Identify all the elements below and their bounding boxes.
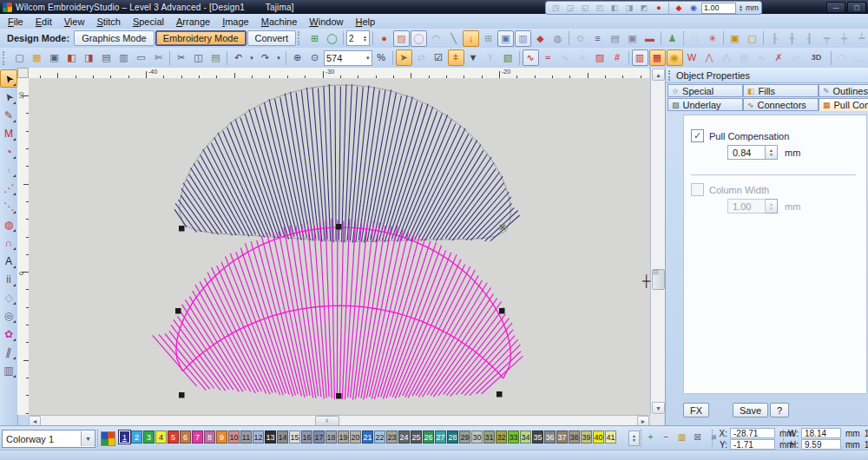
create-boundary-button[interactable]: ◆ bbox=[672, 2, 686, 14]
pull-compensation-value-field[interactable]: 0.84 bbox=[727, 145, 766, 160]
selection-handle[interactable] bbox=[179, 226, 185, 232]
selection-handle[interactable] bbox=[496, 391, 503, 398]
tab-outlines[interactable]: ✎Outlines bbox=[819, 84, 868, 97]
candlewick-button[interactable]: ▨ bbox=[592, 49, 608, 66]
tab-special[interactable]: ☆Special bbox=[667, 84, 743, 97]
three-d-warp-button[interactable]: 3D bbox=[806, 49, 828, 66]
print-button[interactable]: ▤ bbox=[98, 49, 115, 66]
undo-dropdown-button[interactable]: ▾ bbox=[247, 49, 256, 66]
selection-handle[interactable] bbox=[179, 392, 185, 398]
unlock-button[interactable]: ▢ bbox=[744, 30, 760, 47]
minimize-button[interactable]: — bbox=[826, 2, 845, 13]
palette-color-14[interactable]: 14 bbox=[277, 430, 288, 444]
save-design-button[interactable]: ▣ bbox=[46, 49, 62, 66]
palette-color-15[interactable]: 15 bbox=[289, 430, 300, 444]
zoom-box-button[interactable]: ⊕ bbox=[289, 49, 306, 66]
design-info-button[interactable]: ▣ bbox=[624, 30, 641, 47]
menu-stitch[interactable]: Stitch bbox=[90, 16, 127, 28]
outline-offset-tool[interactable]: ◎ bbox=[0, 306, 17, 325]
palette-color-35[interactable]: 35 bbox=[532, 430, 543, 444]
offset-spinner[interactable]: ▲▼ bbox=[739, 4, 743, 11]
digitize-run-tool[interactable]: ⋰ bbox=[0, 179, 17, 197]
convert-button[interactable]: Convert bbox=[247, 30, 297, 46]
digitize-triple-run-tool[interactable]: ⋱ bbox=[0, 197, 17, 215]
palette-color-36[interactable]: 36 bbox=[544, 430, 556, 444]
overview-window-button[interactable]: ▤ bbox=[607, 30, 623, 47]
scroll-down-button[interactable]: ▼ bbox=[652, 402, 665, 414]
tab-fills[interactable]: ◧Fills bbox=[743, 84, 819, 97]
pull-compensation-checkbox[interactable]: ✓ bbox=[691, 129, 704, 142]
panel-grip[interactable] bbox=[668, 70, 673, 81]
palette-color-5[interactable]: 5 bbox=[168, 430, 179, 444]
palette-color-38[interactable]: 38 bbox=[569, 430, 580, 444]
copy-button[interactable]: ◫ bbox=[190, 49, 207, 66]
grid-fill-button[interactable]: # bbox=[609, 49, 626, 66]
palette-color-9[interactable]: 9 bbox=[216, 430, 227, 444]
palette-color-30[interactable]: 30 bbox=[471, 430, 483, 444]
new-design-button[interactable]: ▢ bbox=[11, 49, 28, 66]
palette-color-31[interactable]: 31 bbox=[483, 430, 495, 444]
tab-underlay[interactable]: ▨Underlay bbox=[667, 98, 743, 111]
fancy-fill-shape-button[interactable]: ▨ bbox=[393, 30, 410, 47]
template-window-button[interactable]: ▣ bbox=[497, 30, 514, 47]
palette-color-17[interactable]: 17 bbox=[313, 430, 325, 444]
redo-dropdown-button[interactable]: ▾ bbox=[274, 49, 283, 66]
palette-color-18[interactable]: 18 bbox=[326, 430, 337, 444]
motif-tool[interactable]: ✿ bbox=[0, 325, 17, 343]
palette-color-20[interactable]: 20 bbox=[350, 430, 361, 444]
palette-color-1[interactable]: 1 bbox=[119, 430, 130, 444]
magenta-satin-object[interactable] bbox=[153, 219, 523, 400]
palette-color-39[interactable]: 39 bbox=[581, 430, 592, 444]
reshape-object-tool[interactable]: ➤ bbox=[0, 88, 17, 106]
grid-layout-button[interactable]: ⊞ bbox=[480, 30, 496, 47]
cut-button[interactable]: ✂ bbox=[173, 49, 189, 66]
flower-motif-button[interactable]: ✳ bbox=[704, 30, 720, 47]
vector-objects-button[interactable]: ◆ bbox=[532, 30, 549, 47]
add-color-button[interactable]: + bbox=[643, 430, 658, 445]
remove-overlaps-button[interactable]: ● bbox=[652, 2, 666, 14]
palette-color-21[interactable]: 21 bbox=[362, 430, 373, 444]
read-from-card-button[interactable]: ◨ bbox=[81, 49, 97, 66]
outline-shape-button[interactable]: ◯ bbox=[411, 30, 427, 47]
menu-machine[interactable]: Machine bbox=[255, 16, 304, 28]
menu-edit[interactable]: Edit bbox=[30, 16, 58, 28]
scroll-up-button[interactable]: ▲ bbox=[652, 69, 665, 81]
palette-color-33[interactable]: 33 bbox=[508, 430, 519, 444]
palette-color-11[interactable]: 11 bbox=[240, 430, 252, 444]
offset-boundary-button[interactable]: ◉ bbox=[687, 2, 700, 14]
save-button[interactable]: Save bbox=[733, 403, 768, 417]
stitch-edit-tool[interactable]: ✎ bbox=[0, 106, 17, 124]
colorway-select[interactable]: Colorway 1 ▼ bbox=[2, 430, 95, 448]
palette-color-4[interactable]: 4 bbox=[155, 430, 167, 444]
vertical-scrollbar[interactable]: ▲ ▼ bbox=[650, 68, 665, 415]
graphics-mode-button[interactable]: Graphics Mode bbox=[74, 30, 155, 46]
fx-button[interactable]: FX bbox=[683, 403, 709, 417]
select-object-tool[interactable]: ➤ bbox=[0, 69, 17, 88]
palette-color-27[interactable]: 27 bbox=[435, 430, 446, 444]
color-film-button[interactable]: ▧ bbox=[500, 49, 516, 66]
e-stitch-button[interactable]: ⋀ bbox=[701, 49, 718, 66]
menu-window[interactable]: Window bbox=[303, 16, 349, 28]
menu-view[interactable]: View bbox=[58, 16, 91, 28]
paste-button[interactable]: ▤ bbox=[207, 49, 224, 66]
palette-color-8[interactable]: 8 bbox=[204, 430, 215, 444]
toolbar-grip[interactable] bbox=[298, 31, 303, 45]
menu-arrange[interactable]: Arrange bbox=[170, 16, 216, 28]
magic-wand-tool[interactable]: ◖ bbox=[0, 161, 17, 179]
palette-color-37[interactable]: 37 bbox=[556, 430, 568, 444]
palette-color-3[interactable]: 3 bbox=[143, 430, 155, 444]
lettering-tool[interactable]: A bbox=[0, 252, 17, 270]
palette-color-29[interactable]: 29 bbox=[459, 430, 470, 444]
palette-color-28[interactable]: 28 bbox=[447, 430, 458, 444]
no-fill-button[interactable]: ⊠ bbox=[690, 430, 705, 445]
palette-color-7[interactable]: 7 bbox=[192, 430, 203, 444]
satin-stitch-button[interactable]: ▥ bbox=[632, 49, 648, 66]
digitize-ring-tool[interactable]: ∩ bbox=[0, 233, 17, 252]
back-minus-front-button[interactable]: ◨ bbox=[622, 2, 636, 14]
show-needle-points-button[interactable]: ǂ bbox=[448, 49, 464, 66]
undo-button[interactable]: ↶ bbox=[230, 49, 247, 66]
object-list-button[interactable]: ≡ bbox=[589, 30, 606, 47]
show-hoop-button[interactable]: ◯ bbox=[324, 30, 340, 47]
design-check-button[interactable]: ☑ bbox=[431, 49, 447, 66]
output-to-machine-button[interactable]: ▭ bbox=[133, 49, 149, 66]
